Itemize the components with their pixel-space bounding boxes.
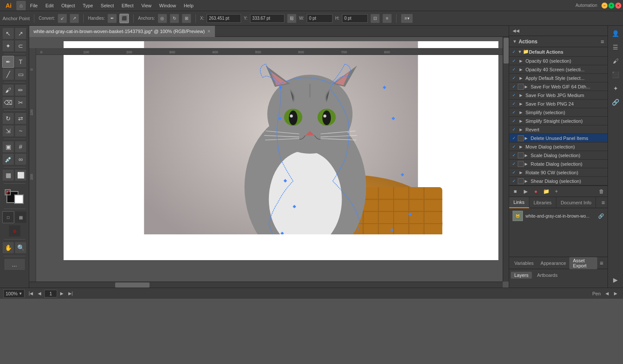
action-item-3[interactable]: ✓ ▶ Save For Web GIF 64 Dith... xyxy=(509,82,608,91)
warp-tool[interactable]: ~ xyxy=(15,125,27,137)
lasso-tool[interactable]: ⊂ xyxy=(15,40,27,52)
canvas-tab[interactable]: white-and-gray-cat-in-brown-woven-basket… xyxy=(29,26,215,37)
pencil-tool[interactable]: ✏ xyxy=(15,84,27,96)
zoom-control[interactable]: 100% ▼ xyxy=(3,289,24,298)
hand-tool[interactable]: ✋ xyxy=(2,242,14,254)
action-item-7[interactable]: ✓ ▶ Simplify Straight (selection) xyxy=(509,117,608,125)
none-fill[interactable]: ⊘ xyxy=(9,225,21,237)
more-tools-btn[interactable]: ... xyxy=(4,258,25,270)
pen-tool[interactable]: ✒ xyxy=(2,56,14,68)
zoom-tool[interactable]: 🔍 xyxy=(15,242,27,254)
x-input[interactable] xyxy=(207,14,241,23)
action-item-13[interactable]: ✓ ▶ Rotate 90 CW (selection) xyxy=(509,168,608,177)
canvas-scrollbar-vertical[interactable] xyxy=(503,37,509,282)
links-tab[interactable]: Links xyxy=(509,197,529,208)
menu-edit[interactable]: Edit xyxy=(42,2,57,9)
window-minimize[interactable]: − xyxy=(602,3,608,9)
stroke-indicator[interactable] xyxy=(5,189,11,195)
actions-new-set-btn[interactable]: 📁 xyxy=(542,187,550,196)
action-checkbox-12[interactable] xyxy=(518,161,524,167)
actions-delete-btn[interactable]: 🗑 xyxy=(597,187,606,196)
action-item-0[interactable]: ✓ ▶ Opacity 60 (selection) xyxy=(509,57,608,65)
rect-tool[interactable]: ▭ xyxy=(15,68,27,80)
profile-panel-icon[interactable]: 👤 xyxy=(610,27,622,39)
action-item-9[interactable]: ✓ ▶ Delete Unused Panel Items xyxy=(509,134,608,143)
layers-panel-icon[interactable]: ☰ xyxy=(610,41,622,53)
select-tool[interactable]: ↖ xyxy=(2,27,14,39)
link-relink-icon[interactable]: 🔗 xyxy=(598,213,604,219)
background-swatch[interactable] xyxy=(14,194,24,204)
actions-menu-btn[interactable]: ≡ xyxy=(601,38,604,45)
scrollbar-thumb-h[interactable] xyxy=(115,282,150,288)
action-item-4[interactable]: ✓ ▶ Save For Web JPG Medium xyxy=(509,91,608,100)
variables-tab[interactable]: Variables xyxy=(511,260,537,267)
actions-stop-btn[interactable]: ■ xyxy=(511,187,519,196)
line-tool[interactable]: ╱ xyxy=(2,68,14,80)
nav-last-btn[interactable]: ▶| xyxy=(67,290,74,297)
action-checkbox-11[interactable] xyxy=(518,152,524,158)
w-input[interactable] xyxy=(307,14,333,23)
action-item-14[interactable]: ✓ ▶ Shear Dialog (selection) xyxy=(509,177,608,185)
action-item-2[interactable]: ✓ ▶ Apply Default Style (select... xyxy=(509,74,608,82)
eyedropper-tool[interactable]: 💉 xyxy=(2,153,14,165)
actions-group-header[interactable]: ✓ ▼ 📁 Default Actions xyxy=(509,47,608,57)
bottom-panel-menu[interactable]: ≡ xyxy=(597,260,606,267)
actions-panel-collapse[interactable]: ▼ xyxy=(513,39,517,44)
menu-effect[interactable]: Effect xyxy=(118,2,137,9)
action-item-8[interactable]: ✓ ▶ Revert xyxy=(509,125,608,134)
rotate-tool[interactable]: ↻ xyxy=(2,112,14,124)
document-info-tab[interactable]: Document Info xyxy=(556,197,596,208)
reflect-tool[interactable]: ⇄ xyxy=(15,112,27,124)
links-panel-menu[interactable]: ≡ xyxy=(599,199,608,206)
canvas-scrollbar-horizontal[interactable] xyxy=(29,282,503,288)
actions-play-btn[interactable]: ▶ xyxy=(521,187,530,196)
nav-left-arrow[interactable]: ◀ xyxy=(603,290,611,297)
paintbrush-tool[interactable]: 🖌 xyxy=(2,84,14,96)
actions-new-action-btn[interactable]: + xyxy=(552,187,561,196)
window-maximize[interactable]: + xyxy=(608,3,614,9)
action-checkbox-14[interactable] xyxy=(518,178,524,184)
fill-indicator[interactable]: □ xyxy=(2,211,14,223)
direct-select-tool[interactable]: ↗ xyxy=(15,27,27,39)
menu-object[interactable]: Object xyxy=(58,2,79,9)
asset-export-tab[interactable]: Asset Export xyxy=(569,257,597,269)
action-item-5[interactable]: ✓ ▶ Save For Web PNG 24 xyxy=(509,100,608,108)
handles-btn-1[interactable]: ✒ xyxy=(107,14,117,23)
column-graph-tool[interactable]: ▦ xyxy=(2,169,14,181)
gradient-tool[interactable]: ▣ xyxy=(2,141,14,153)
constrain-btn[interactable]: ⛓ xyxy=(287,14,296,23)
window-close[interactable]: × xyxy=(615,3,621,9)
magic-wand-tool[interactable]: ✦ xyxy=(2,40,14,52)
menu-view[interactable]: View xyxy=(138,2,155,9)
eraser-tool[interactable]: ⌫ xyxy=(2,97,14,109)
anchors-btn-3[interactable]: ⊞ xyxy=(182,14,191,23)
menu-select[interactable]: Select xyxy=(97,2,117,9)
y-input[interactable] xyxy=(250,14,284,23)
links-panel-icon[interactable]: 🔗 xyxy=(610,96,622,108)
handles-btn-2[interactable]: ⬛ xyxy=(119,14,129,23)
appearance-tab[interactable]: Appearance xyxy=(537,260,569,267)
home-icon[interactable]: ⌂ xyxy=(16,1,26,10)
actions-record-btn[interactable]: ● xyxy=(531,187,540,196)
tab-close-btn[interactable]: × xyxy=(208,28,211,34)
layers-tab[interactable]: Layers xyxy=(511,272,532,279)
menu-window[interactable]: Window xyxy=(156,2,180,9)
action-item-11[interactable]: ✓ ▶ Scale Dialog (selection) xyxy=(509,151,608,160)
menu-file[interactable]: File xyxy=(27,2,41,9)
nav-prev-btn[interactable]: ◀ xyxy=(36,290,43,297)
nav-right-arrow[interactable]: ▶ xyxy=(612,290,620,297)
brush-panel-icon[interactable]: 🖌 xyxy=(610,55,622,67)
action-item-1[interactable]: ✓ ▶ Opacity 40 Screen (selecti... xyxy=(509,65,608,74)
anchors-btn-2[interactable]: ↻ xyxy=(170,14,179,23)
align-btn[interactable]: ≡ xyxy=(382,14,392,23)
nav-first-btn[interactable]: |◀ xyxy=(27,290,35,297)
action-checkbox-9[interactable] xyxy=(518,135,524,141)
convert-btn-2[interactable]: ↗ xyxy=(70,14,79,23)
panels-collapse-btn[interactable]: ◀◀ xyxy=(513,28,519,33)
blend-tool[interactable]: ∞ xyxy=(15,153,27,165)
menu-type[interactable]: Type xyxy=(79,2,97,9)
action-item-10[interactable]: ✓ ▶ Move Dialog (selection) xyxy=(509,143,608,151)
h-input[interactable] xyxy=(342,14,368,23)
action-item-6[interactable]: ✓ ▶ Simplify (selection) xyxy=(509,108,608,117)
transform-btn[interactable]: ⊡ xyxy=(370,14,380,23)
